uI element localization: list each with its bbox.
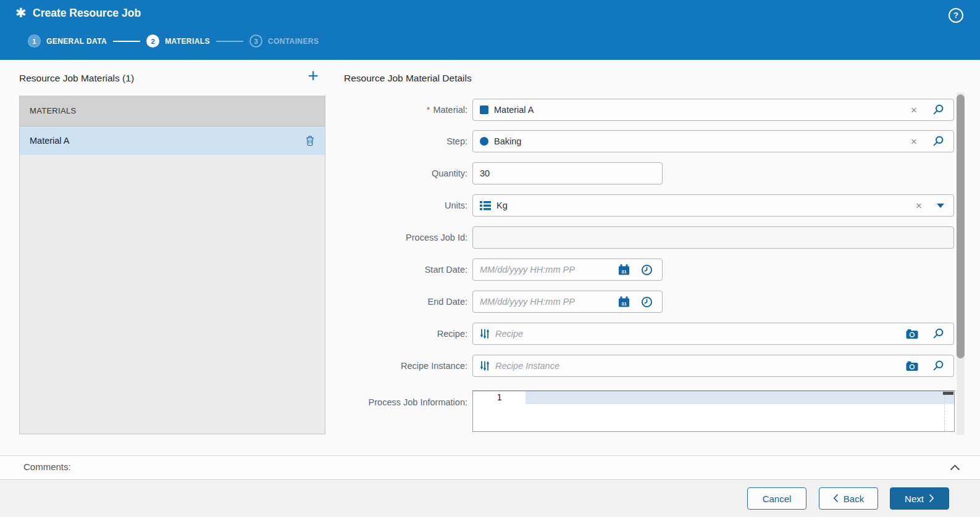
search-step-icon[interactable] bbox=[929, 135, 947, 147]
required-asterisk: * bbox=[427, 105, 430, 115]
camera-icon[interactable] bbox=[903, 361, 921, 371]
units-input[interactable]: Kg × bbox=[472, 194, 954, 217]
details-scrollbar-track[interactable] bbox=[957, 93, 965, 435]
search-recipe-instance-icon[interactable] bbox=[929, 360, 947, 372]
material-list-item[interactable]: Material A bbox=[20, 126, 325, 155]
clock-icon[interactable] bbox=[639, 264, 655, 276]
add-material-button[interactable]: + bbox=[303, 65, 324, 87]
step-general-data[interactable]: 1 GENERAL DATA bbox=[28, 35, 107, 48]
chevron-right-icon bbox=[929, 494, 934, 504]
help-icon[interactable]: ? bbox=[949, 8, 963, 23]
units-dropdown-caret-icon[interactable] bbox=[934, 204, 947, 208]
editor-print-margin bbox=[944, 391, 945, 431]
chevron-left-icon bbox=[833, 494, 838, 504]
step-value: Baking bbox=[494, 136, 521, 146]
svg-text:31: 31 bbox=[621, 268, 626, 274]
material-label: *Material: bbox=[338, 99, 467, 121]
step-connector bbox=[216, 41, 243, 42]
end-date-field: 31 bbox=[472, 291, 663, 313]
step-materials[interactable]: 2 MATERIALS bbox=[146, 35, 210, 48]
material-input[interactable]: Material A × bbox=[472, 99, 954, 121]
process-job-id-field bbox=[472, 226, 954, 249]
details-panel-title: Resource Job Material Details bbox=[344, 73, 472, 84]
quantity-label: Quantity: bbox=[338, 162, 467, 184]
recipe-instance-placeholder: Recipe Instance bbox=[495, 361, 559, 371]
process-job-information-label: Process Job Information: bbox=[338, 391, 467, 413]
step-label: Step: bbox=[338, 130, 467, 152]
create-resource-job-dialog: ✱ Create Resource Job ? 1 GENERAL DATA 2… bbox=[0, 0, 980, 517]
clear-units-icon[interactable]: × bbox=[912, 201, 926, 211]
recipe-instance-sliders-icon bbox=[480, 360, 490, 371]
material-item-name: Material A bbox=[30, 136, 69, 146]
clear-step-icon[interactable]: × bbox=[907, 136, 921, 147]
quantity-input[interactable] bbox=[480, 163, 655, 184]
material-type-icon bbox=[480, 105, 488, 114]
camera-icon[interactable] bbox=[903, 329, 921, 339]
cancel-button[interactable]: Cancel bbox=[747, 487, 806, 510]
step-2-label: MATERIALS bbox=[165, 37, 210, 46]
comments-bar: Comments: bbox=[0, 455, 980, 480]
recipe-label: Recipe: bbox=[338, 323, 467, 345]
units-value: Kg bbox=[496, 201, 508, 210]
units-label: Units: bbox=[338, 194, 467, 217]
step-3-label: CONTAINERS bbox=[268, 37, 319, 46]
step-type-icon bbox=[480, 137, 488, 146]
step-3-circle: 3 bbox=[249, 35, 262, 48]
end-date-label: End Date: bbox=[338, 291, 467, 313]
end-date-input[interactable] bbox=[480, 291, 616, 312]
start-date-label: Start Date: bbox=[338, 258, 467, 281]
clock-icon[interactable] bbox=[639, 296, 655, 308]
svg-text:31: 31 bbox=[621, 300, 626, 306]
footer-bar: Cancel Back Next bbox=[0, 481, 980, 517]
step-1-circle: 1 bbox=[28, 35, 41, 48]
process-job-id-input[interactable] bbox=[480, 227, 947, 248]
clear-material-icon[interactable]: × bbox=[907, 105, 921, 115]
materials-list: MATERIALS Material A bbox=[19, 96, 325, 434]
material-value: Material A bbox=[494, 105, 534, 115]
recipe-instance-input[interactable]: Recipe Instance bbox=[472, 355, 954, 377]
recipe-instance-label: Recipe Instance: bbox=[338, 355, 467, 377]
units-list-icon bbox=[480, 201, 491, 210]
start-date-field: 31 bbox=[472, 258, 663, 281]
calendar-icon[interactable]: 31 bbox=[616, 264, 632, 276]
process-job-id-label: Process Job Id: bbox=[338, 226, 467, 249]
step-connector bbox=[113, 41, 140, 42]
quantity-field bbox=[472, 162, 663, 184]
process-job-information-editor[interactable]: 1 bbox=[472, 391, 955, 432]
step-input[interactable]: Baking × bbox=[472, 130, 954, 152]
editor-scrollbar-thumb[interactable] bbox=[943, 392, 953, 395]
comments-label: Comments: bbox=[23, 461, 71, 472]
editor-line-number: 1 bbox=[473, 391, 526, 404]
next-button[interactable]: Next bbox=[890, 487, 949, 510]
step-1-label: GENERAL DATA bbox=[46, 37, 107, 46]
calendar-icon[interactable]: 31 bbox=[616, 296, 632, 308]
editor-gutter: 1 bbox=[473, 391, 526, 431]
recipe-placeholder: Recipe bbox=[495, 329, 523, 339]
start-date-input[interactable] bbox=[480, 259, 616, 280]
header-bar: ✱ Create Resource Job ? 1 GENERAL DATA 2… bbox=[0, 0, 980, 60]
dialog-title: Create Resource Job bbox=[33, 7, 141, 20]
details-scrollbar-thumb[interactable] bbox=[957, 94, 965, 358]
back-button[interactable]: Back bbox=[819, 487, 878, 510]
materials-panel-title: Resource Job Materials (1) bbox=[19, 73, 134, 84]
step-2-circle: 2 bbox=[146, 35, 159, 48]
asterisk-app-icon: ✱ bbox=[15, 6, 27, 20]
wizard-stepper: 1 GENERAL DATA 2 MATERIALS 3 CONTAINERS bbox=[28, 35, 319, 48]
recipe-input[interactable]: Recipe bbox=[472, 323, 954, 345]
search-material-icon[interactable] bbox=[929, 104, 947, 116]
materials-column-header: MATERIALS bbox=[20, 96, 325, 126]
search-recipe-icon[interactable] bbox=[929, 328, 947, 340]
step-containers[interactable]: 3 CONTAINERS bbox=[249, 35, 319, 48]
editor-active-line bbox=[526, 391, 954, 404]
chevron-up-icon[interactable] bbox=[950, 465, 960, 471]
recipe-sliders-icon bbox=[480, 328, 490, 339]
delete-material-icon[interactable] bbox=[305, 135, 315, 146]
